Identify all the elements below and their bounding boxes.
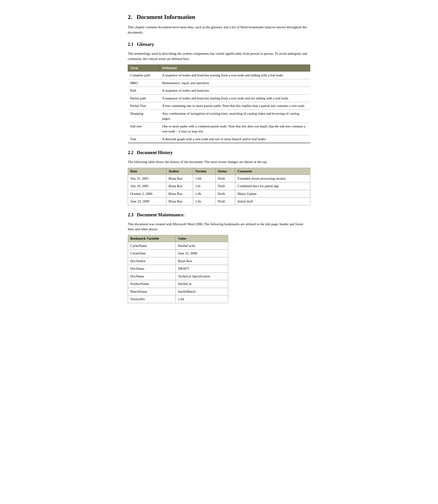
glossary-definition: Any combination of navigation of existin… — [160, 110, 310, 122]
history-date: July 29, 2001 — [128, 182, 166, 190]
glossary-definition: One or more paths with a common parent n… — [160, 122, 310, 135]
history-comment: Extended Assist processing section — [235, 175, 310, 182]
table-row: TreeA directed graph with a root node an… — [128, 135, 310, 143]
section-23-heading: Document Maintenance. — [137, 212, 185, 217]
table-row: Sub-treeOne or more paths with a common … — [128, 122, 310, 135]
section-2-heading: Document Information — [137, 14, 195, 20]
bookmark-value: Technical Specification — [176, 273, 228, 280]
history-date: October 2, 2000 — [128, 190, 166, 198]
history-date: July 31, 2001 — [128, 175, 166, 182]
section-21-heading: Glossary — [137, 42, 154, 47]
bookmark-variable: CacheName — [128, 242, 176, 250]
section-22-number: 2.2 — [128, 150, 133, 155]
table-row: PathA sequence of nodes and branches — [128, 87, 310, 94]
bookmark-variable: DocName — [128, 273, 176, 280]
glossary-table: Term Definition Complete pathA sequence … — [128, 64, 310, 143]
history-col-version: Version — [193, 168, 215, 175]
glossary-term: Partial path — [128, 94, 160, 102]
table-row: DocNameTechnical Specification — [128, 273, 228, 280]
bookmark-variable: DocStatus — [128, 265, 176, 273]
history-author: Brian Roe — [166, 190, 193, 198]
section-21-title: 2.1 Glossary — [128, 42, 154, 47]
bookmark-value: IntelleCache — [176, 242, 228, 250]
bookmark-col-value: Value — [176, 235, 228, 242]
table-row: DocStatusDRAFT — [128, 265, 228, 273]
glossary-term: Complete path — [128, 72, 160, 79]
section-2-intro: This chapter contains document-level met… — [128, 25, 310, 35]
history-status: Draft — [215, 190, 235, 198]
history-author: Brian Roe — [166, 182, 193, 190]
history-date: June 23, 2000 — [128, 198, 166, 205]
section-2-number: 2. — [128, 14, 132, 20]
bookmark-variable: CreateDate — [128, 250, 176, 257]
section-22-heading: Document History — [137, 150, 173, 155]
history-version: 1.0d — [193, 175, 215, 182]
history-version: 1.0c — [193, 182, 215, 190]
history-version: 1.0a — [193, 198, 215, 205]
history-status: Draft — [215, 182, 235, 190]
bookmark-value: 1.0d — [176, 295, 228, 303]
history-version: 1.0b — [193, 190, 215, 198]
section-22-intro: The following table shows the history of… — [128, 159, 310, 165]
bookmark-value: DRAFT — [176, 265, 228, 273]
glossary-term: Tree — [128, 135, 160, 143]
bookmark-table-header-row: Bookmark Variable Value — [128, 235, 228, 242]
table-row: July 31, 2001Brian Roe1.0dDraftExtended … — [128, 175, 310, 182]
bookmark-variable: ProductName — [128, 280, 176, 288]
table-row: Partial TreeA tree containing one or mor… — [128, 102, 310, 110]
glossary-term: Sub-tree — [128, 122, 160, 135]
glossary-col-term: Term — [128, 65, 160, 72]
table-row: CacheNameIntelleCache — [128, 242, 228, 250]
section-document-history: 2.2 Document History The following table… — [128, 150, 310, 205]
glossary-definition: A sequence of nodes and branches startin… — [160, 94, 310, 102]
bookmark-table: Bookmark Variable Value CacheNameIntelle… — [128, 235, 228, 303]
history-col-author: Author — [166, 168, 193, 175]
table-row: MROMaintenance, repair and operation — [128, 79, 310, 87]
glossary-definition: Maintenance, repair and operation — [160, 79, 310, 87]
bookmark-value: Brian Roe — [176, 257, 228, 265]
history-table: Date Author Version Status Comment July … — [128, 168, 310, 205]
glossary-table-header-row: Term Definition — [128, 65, 310, 72]
table-row: Partial pathA sequence of nodes and bran… — [128, 94, 310, 102]
table-row: June 23, 2000Brian Roe1.0aDraftInitial d… — [128, 198, 310, 205]
history-table-header-row: Date Author Version Status Comment — [128, 168, 310, 175]
section-glossary: 2.1 Glossary The terminology used in des… — [128, 42, 310, 143]
bookmark-value: June 23, 2000 — [176, 250, 228, 257]
glossary-term: Shopping — [128, 110, 160, 122]
table-row: VersionNo1.0d — [128, 295, 228, 303]
history-status: Draft — [215, 175, 235, 182]
history-col-comment: Comment — [235, 168, 310, 175]
table-row: July 29, 2001Brian Roe1.0cDraftCombined … — [128, 182, 310, 190]
history-comment: Initial draft — [235, 198, 310, 205]
glossary-definition: A directed graph with a root node and on… — [160, 135, 310, 143]
table-row: DocAuthorBrian Roe — [128, 257, 228, 265]
bookmark-variable: DocAuthor — [128, 257, 176, 265]
bookmark-variable: VersionNo — [128, 295, 176, 303]
glossary-definition: A sequence of nodes and branches — [160, 87, 310, 94]
history-comment: Combined docs for patent app — [235, 182, 310, 190]
glossary-definition: A tree containing one or more partial pa… — [160, 102, 310, 110]
bookmark-value: IntelleMatch — [176, 288, 228, 295]
glossary-term: MRO — [128, 79, 160, 87]
history-author: Brian Roe — [166, 198, 193, 205]
table-row: MatchNameIntelleMatch — [128, 288, 228, 295]
section-23-intro: This document was created with Microsoft… — [128, 221, 310, 232]
bookmark-value: IntelleCat — [176, 280, 228, 288]
section-document-information: 2. Document Information This chapter con… — [128, 14, 310, 35]
glossary-definition: A sequence of nodes and branches startin… — [160, 72, 310, 79]
table-row: October 2, 2000Brian Roe1.0bDraftMajor U… — [128, 190, 310, 198]
glossary-col-definition: Definition — [160, 65, 310, 72]
history-status: Draft — [215, 198, 235, 205]
glossary-term: Partial Tree — [128, 102, 160, 110]
section-document-maintenance: 2.3 Document Maintenance. This document … — [128, 212, 310, 303]
table-row: ProductNameIntelleCat — [128, 280, 228, 288]
history-col-date: Date — [128, 168, 166, 175]
bookmark-col-variable: Bookmark Variable — [128, 235, 176, 242]
table-row: CreateDateJune 23, 2000 — [128, 250, 228, 257]
section-23-number: 2.3 — [128, 212, 133, 217]
section-21-intro: The terminology used in describing the s… — [128, 51, 310, 61]
table-row: Complete pathA sequence of nodes and bra… — [128, 72, 310, 79]
section-23-title: 2.3 Document Maintenance. — [128, 212, 185, 218]
section-21-number: 2.1 — [128, 42, 133, 47]
history-comment: Major Update — [235, 190, 310, 198]
